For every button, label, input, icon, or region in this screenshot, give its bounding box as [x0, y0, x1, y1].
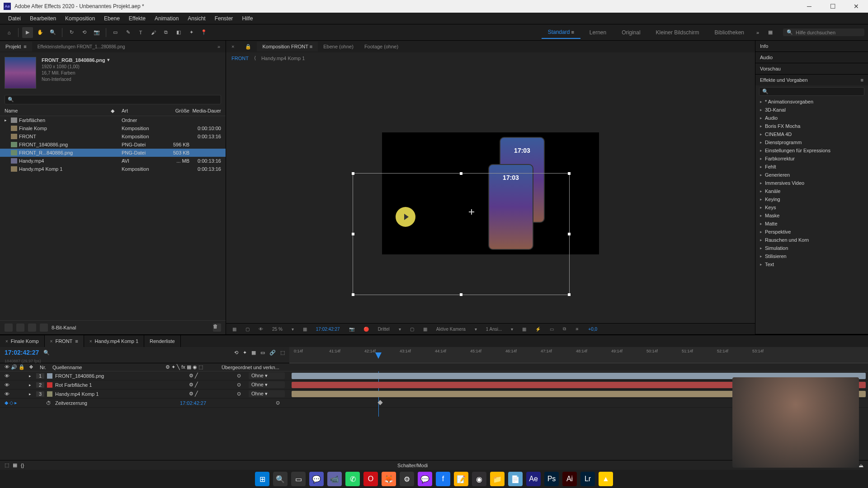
taskbar-explorer[interactable]: 📁 [490, 472, 505, 486]
lock-panel[interactable]: 🔒 [240, 42, 257, 52]
exposure-value[interactable]: +0,0 [585, 326, 600, 333]
workspace-overflow[interactable]: » [752, 27, 763, 38]
roto-tool[interactable]: ✦ [186, 27, 197, 38]
timeline-tool-icon[interactable]: ⟲ [234, 350, 238, 356]
resize-handle[interactable] [568, 172, 571, 175]
project-row[interactable]: ▸FarbflächenOrdner [0, 116, 226, 124]
effect-category[interactable]: ▸Rauschen und Korn [755, 236, 868, 244]
roi-button[interactable]: ▢ [407, 326, 417, 333]
effect-category[interactable]: ▸Fehlt [755, 163, 868, 171]
taskbar-opera[interactable]: O [363, 472, 378, 486]
exposure-reset-button[interactable]: ☀ [572, 326, 582, 333]
mask-button[interactable]: 👁 [256, 326, 266, 333]
resize-handle[interactable] [568, 293, 571, 296]
taskbar-ae[interactable]: Ae [526, 472, 541, 486]
taskbar-ps[interactable]: Ps [544, 472, 559, 486]
effect-category[interactable]: ▸Farbkorrektur [755, 155, 868, 163]
effect-category[interactable]: ▸Audio [755, 114, 868, 122]
bit-depth[interactable]: 8-Bit-Kanal [52, 325, 76, 330]
brush-tool[interactable]: 🖌 [148, 27, 159, 38]
timeline-tab[interactable]: ×Handy.mp4 Komp 1 [84, 335, 144, 347]
resize-handle[interactable] [352, 293, 354, 296]
effect-category[interactable]: ▸Keying [755, 195, 868, 203]
workspace-bibliotheken[interactable]: Bibliotheken [708, 27, 750, 38]
taskbar-notes[interactable]: 📝 [454, 472, 468, 486]
timeline-tab[interactable]: ×Finale Komp [0, 335, 45, 347]
new-folder-button[interactable] [16, 324, 24, 332]
pixel-aspect-button[interactable]: ▦ [519, 326, 529, 333]
flowchart-button[interactable]: ⧉ [560, 325, 569, 333]
project-row[interactable]: Handy.mp4AVI... MB0:00:13:16 [0, 157, 226, 165]
new-comp-button[interactable] [28, 324, 36, 332]
camera-tool[interactable]: 📷 [91, 27, 102, 38]
col-size[interactable]: Größe [162, 108, 189, 114]
close-panel[interactable]: × [226, 42, 240, 52]
effect-category[interactable]: ▸Maske [755, 211, 868, 220]
effect-category[interactable]: ▸Simulation [755, 244, 868, 252]
effect-category[interactable]: ▸Text [755, 260, 868, 268]
menu-animation[interactable]: Animation [150, 14, 183, 23]
effect-category[interactable]: ▸Perspektive [755, 228, 868, 236]
taskbar-app2[interactable]: ▲ [599, 472, 613, 486]
shape-tool[interactable]: ▭ [110, 27, 121, 38]
resize-handle[interactable] [460, 172, 462, 175]
selection-tool[interactable]: ▶ [22, 27, 33, 38]
workspace-standard[interactable]: Standard ≡ [542, 26, 580, 39]
effect-category[interactable]: ▸Stilisieren [755, 252, 868, 260]
resolution-icon[interactable]: ▦ [300, 326, 310, 333]
timeline-tab[interactable]: ×FRONT ≡ [45, 335, 84, 347]
taskbar-ai[interactable]: Ai [562, 472, 577, 486]
breadcrumb-current[interactable]: FRONT [231, 56, 249, 61]
delete-button[interactable]: 🗑 [213, 324, 221, 332]
project-row[interactable]: FRONT_R...840886.pngPNG-Datei503 KB [0, 149, 226, 157]
timeline-tool-icon[interactable]: ✦ [243, 350, 247, 356]
workspace-lernen[interactable]: Lernen [583, 27, 613, 38]
project-settings-button[interactable] [40, 324, 48, 332]
menu-effekte[interactable]: Effekte [124, 14, 150, 23]
timeline-search-icon[interactable]: 🔍 [43, 350, 50, 356]
selection-bounding-box[interactable] [353, 173, 570, 295]
timeline-tool-icon[interactable]: ▭ [260, 350, 265, 356]
channel-button[interactable]: 🔴 [361, 326, 372, 333]
breadcrumb-next[interactable]: Handy.mp4 Komp 1 [261, 56, 305, 61]
panel-audio[interactable]: Audio [755, 52, 868, 63]
taskbar-taskview[interactable]: ▭ [291, 472, 306, 486]
menu-fenster[interactable]: Fenster [210, 14, 238, 23]
zoom-tool[interactable]: 🔍 [47, 27, 58, 38]
project-row[interactable]: FRONTKomposition0:00:13:16 [0, 132, 226, 141]
camera-select[interactable]: Aktive Kamera [434, 326, 468, 333]
workspace-original[interactable]: Original [615, 27, 646, 38]
effect-category[interactable]: ▸Einstellungen für Expressions [755, 146, 868, 155]
project-row[interactable]: Handy.mp4 Komp 1Komposition0:00:13:16 [0, 165, 226, 173]
panel-overflow[interactable]: » [212, 42, 226, 52]
effect-category[interactable]: ▸Immersives Video [755, 179, 868, 187]
taskbar-whatsapp[interactable]: ✆ [345, 472, 360, 486]
taskbar-start[interactable]: ⊞ [255, 472, 269, 486]
taskbar-obs[interactable]: ◉ [472, 472, 486, 486]
col-name[interactable]: Name [5, 108, 111, 114]
menu-ebene[interactable]: Ebene [99, 14, 124, 23]
col-tag[interactable]: ◆ [111, 108, 122, 114]
timeline-tool-icon[interactable]: ⬚ [280, 350, 285, 356]
menu-komposition[interactable]: Komposition [61, 14, 99, 23]
zoom-level[interactable]: 25 % [269, 326, 285, 333]
resize-handle[interactable] [352, 233, 354, 235]
resize-handle[interactable] [352, 172, 354, 175]
home-tool[interactable]: ⌂ [4, 27, 14, 38]
panel-effects[interactable]: Effekte und Vorgaben≡ [755, 75, 868, 85]
col-dur[interactable]: Media-Dauer [189, 108, 221, 114]
zoom-in-icon[interactable]: ⛰ [859, 463, 863, 468]
timeline-tab[interactable]: Renderliste [144, 335, 181, 347]
tab-layer[interactable]: Ebene (ohne) [318, 42, 359, 52]
project-search[interactable]: 🔍 [5, 95, 221, 104]
project-row[interactable]: Finale KompKomposition0:00:10:00 [0, 124, 226, 132]
close-button[interactable]: ✕ [848, 0, 864, 13]
menu-datei[interactable]: Datei [4, 14, 25, 23]
taskbar-app1[interactable]: ⚙ [400, 472, 414, 486]
taskbar-teams[interactable]: 💬 [309, 472, 324, 486]
pen-tool[interactable]: ✎ [123, 27, 133, 38]
tab-composition[interactable]: Komposition FRONT ≡ [257, 42, 318, 52]
col-type[interactable]: Art [122, 108, 162, 114]
timeline-button[interactable]: ▭ [547, 326, 557, 333]
taskbar-messenger[interactable]: 💬 [418, 472, 432, 486]
